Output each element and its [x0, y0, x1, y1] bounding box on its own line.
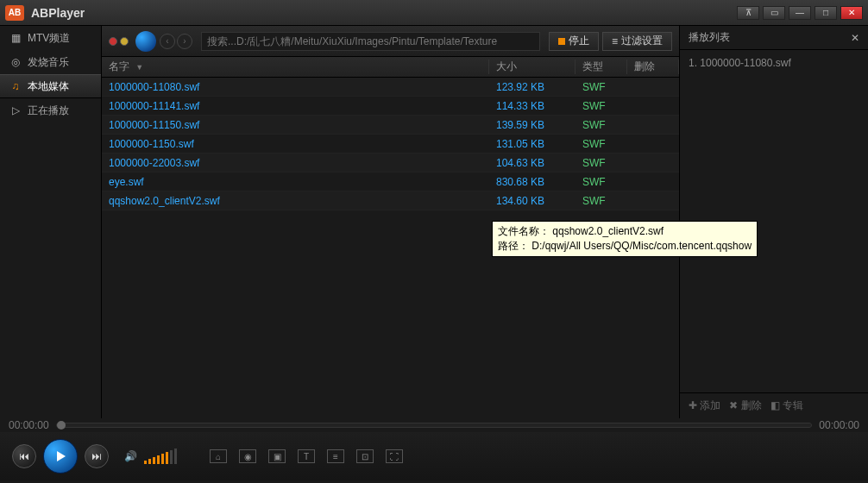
cell-type: SWF — [576, 138, 627, 150]
cell-size: 114.33 KB — [489, 100, 576, 112]
nav-forward-button[interactable]: › — [177, 34, 192, 49]
table-row[interactable]: 1000000-22003.swf104.63 KBSWF — [102, 154, 679, 172]
column-header-size[interactable]: 大小 — [489, 60, 576, 74]
stop-label: 停止 — [569, 34, 589, 48]
sidebar-item-mtv[interactable]: ▦ MTV频道 — [0, 26, 101, 50]
open-button[interactable]: ⌂ — [210, 449, 227, 463]
cell-name: 1000000-22003.swf — [102, 157, 489, 169]
tv-icon: ▦ — [9, 31, 22, 45]
sidebar: ▦ MTV频道 ◎ 发烧音乐 ♫ 本地媒体 ▷ 正在播放 — [0, 26, 102, 418]
play-button[interactable] — [43, 439, 78, 474]
cell-size: 134.60 KB — [489, 195, 576, 207]
playlist-add-button[interactable]: ✚ 添加 — [689, 398, 720, 413]
app-logo: AB — [5, 5, 24, 21]
close-button[interactable]: ✕ — [840, 6, 863, 20]
cell-name: 1000000-1150.swf — [102, 138, 489, 150]
search-input[interactable] — [201, 32, 540, 51]
dot-red-icon — [109, 37, 117, 46]
filter-icon: ≡ — [612, 35, 618, 47]
cell-name: 1000000-11150.swf — [102, 119, 489, 131]
cell-type: SWF — [576, 195, 627, 207]
time-total: 00:00:00 — [819, 419, 859, 431]
cell-type: SWF — [576, 176, 627, 188]
cell-name: qqshow2.0_clientV2.swf — [102, 195, 489, 207]
play-icon: ▷ — [9, 104, 22, 117]
stop-icon — [558, 38, 565, 45]
playlist-item[interactable]: 1. 1000000-11080.swf — [689, 57, 859, 69]
column-header-delete[interactable]: 删除 — [627, 60, 679, 74]
cell-type: SWF — [576, 157, 627, 169]
cell-size: 830.68 KB — [489, 176, 576, 188]
nav-back-button[interactable]: ‹ — [160, 34, 175, 49]
playlist-album-button[interactable]: ◧ 专辑 — [771, 398, 803, 413]
playlist-close-button[interactable]: ✕ — [851, 32, 859, 44]
table-row[interactable]: qqshow2.0_clientV2.swf134.60 KBSWF — [102, 191, 679, 210]
sort-desc-icon: ▼ — [135, 63, 143, 72]
cell-name: 1000000-11080.swf — [102, 81, 489, 93]
filter-label: 过滤设置 — [621, 34, 663, 48]
table-row[interactable]: 1000000-11150.swf139.59 KBSWF — [102, 116, 679, 135]
cell-name: 1000000-11141.swf — [102, 100, 489, 112]
sidebar-item-local[interactable]: ♫ 本地媒体 — [0, 74, 101, 98]
filter-settings-button[interactable]: ≡ 过滤设置 — [602, 32, 672, 51]
list-button[interactable]: ≡ — [327, 449, 344, 463]
sidebar-item-label: 发烧音乐 — [28, 55, 69, 70]
cell-type: SWF — [576, 119, 627, 131]
minimize-button[interactable]: — — [789, 6, 811, 20]
playlist-title: 播放列表 — [689, 30, 730, 45]
fullscreen-button[interactable]: ▭ — [763, 6, 785, 20]
subtitle-button[interactable]: T — [298, 449, 315, 463]
maximize-button[interactable]: □ — [815, 6, 837, 20]
column-header-name[interactable]: 名字 ▼ — [102, 60, 489, 74]
file-info-tooltip: 文件名称： qqshow2.0_clientV2.swf 路径： D:/qqwj… — [492, 221, 758, 257]
dot-yellow-icon — [120, 37, 129, 46]
cell-name: eye.swf — [102, 176, 489, 188]
seek-thumb[interactable] — [57, 421, 66, 430]
volume-icon[interactable]: 🔊 — [124, 450, 137, 462]
volume-slider[interactable] — [144, 448, 177, 464]
cell-size: 123.92 KB — [489, 81, 576, 93]
sidebar-item-label: MTV频道 — [28, 31, 70, 46]
aspect-button[interactable]: ⊡ — [356, 449, 374, 463]
playlist-delete-button[interactable]: ✖ 删除 — [729, 398, 761, 413]
cell-type: SWF — [576, 100, 627, 112]
app-title: ABPlayer — [31, 6, 737, 20]
table-row[interactable]: 1000000-11080.swf123.92 KBSWF — [102, 78, 679, 97]
sidebar-item-label: 正在播放 — [28, 104, 69, 118]
table-row[interactable]: 1000000-11141.swf114.33 KBSWF — [102, 97, 679, 116]
traffic-dots — [109, 37, 129, 46]
sidebar-item-music[interactable]: ◎ 发烧音乐 — [0, 50, 101, 74]
cell-type: SWF — [576, 81, 627, 93]
pin-button[interactable]: ⊼ — [737, 6, 759, 20]
time-current: 00:00:00 — [9, 419, 49, 431]
cell-size: 139.59 KB — [489, 119, 576, 131]
globe-icon[interactable] — [135, 31, 156, 52]
prev-button[interactable]: ⏮ — [12, 444, 36, 468]
sidebar-item-label: 本地媒体 — [28, 79, 69, 94]
column-header-type[interactable]: 类型 — [576, 60, 627, 74]
next-button[interactable]: ⏭ — [85, 444, 109, 468]
expand-button[interactable]: ⛶ — [386, 449, 403, 463]
disc-icon: ◎ — [9, 55, 22, 69]
sidebar-item-playing[interactable]: ▷ 正在播放 — [0, 98, 101, 122]
cell-size: 131.05 KB — [489, 138, 576, 150]
image-button[interactable]: ▣ — [268, 449, 286, 463]
note-icon: ♫ — [9, 79, 22, 93]
table-row[interactable]: 1000000-1150.swf131.05 KBSWF — [102, 135, 679, 154]
cell-size: 104.63 KB — [489, 157, 576, 169]
table-row[interactable]: eye.swf830.68 KBSWF — [102, 172, 679, 191]
seek-slider[interactable] — [56, 423, 813, 428]
disc-button[interactable]: ◉ — [239, 449, 256, 463]
stop-button[interactable]: 停止 — [549, 32, 599, 51]
